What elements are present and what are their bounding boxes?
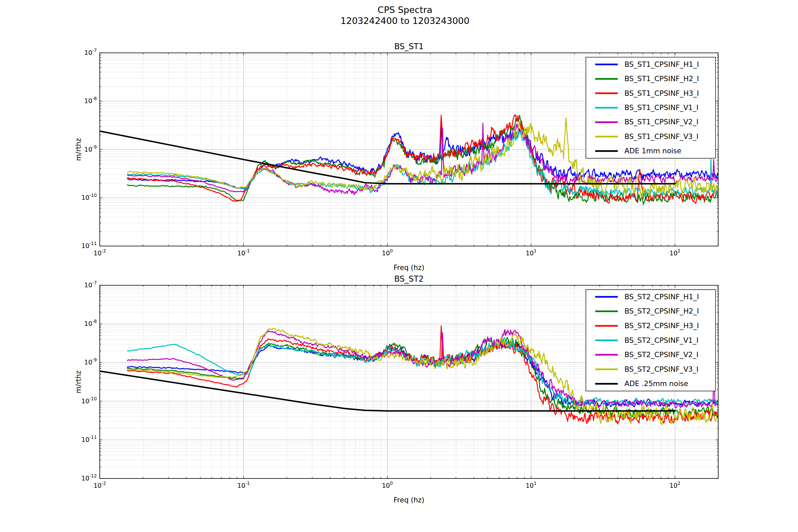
legend: BS_ST1_CPSINF_H1_IBS_ST1_CPSINF_H2_IBS_S… xyxy=(586,57,716,158)
y-axis-label: m/rthz xyxy=(75,138,82,161)
y-tick-label: 10-10 xyxy=(81,396,97,405)
legend-label: ADE .25mm noise xyxy=(624,379,688,388)
y-tick-label: 10-8 xyxy=(84,319,97,327)
spectra-plots-svg: 10-210-110010110210-710-810-910-1010-11B… xyxy=(0,0,798,532)
x-tick-label: 102 xyxy=(669,248,680,257)
legend-label: BS_ST2_CPSINF_V1_I xyxy=(624,336,699,345)
x-axis-label: Freq (hz) xyxy=(394,496,424,504)
legend-label: BS_ST1_CPSINF_V1_I xyxy=(624,103,699,112)
legend-label: BS_ST2_CPSINF_V3_I xyxy=(624,365,699,374)
x-axis-label: Freq (hz) xyxy=(394,264,424,272)
legend: BS_ST2_CPSINF_H1_IBS_ST2_CPSINF_H2_IBS_S… xyxy=(586,290,716,391)
y-tick-label: 10-11 xyxy=(81,435,97,443)
x-tick-label: 102 xyxy=(669,480,680,489)
y-tick-label: 10-9 xyxy=(84,357,97,366)
legend-label: ADE 1mm noise xyxy=(624,147,681,155)
x-tick-label: 10-2 xyxy=(93,480,106,489)
legend-label: BS_ST2_CPSINF_H2_I xyxy=(624,307,699,316)
y-tick-label: 10-11 xyxy=(81,241,97,249)
subplot-title: BS_ST1 xyxy=(394,42,424,51)
legend-label: BS_ST1_CPSINF_V3_I xyxy=(624,132,699,141)
legend-label: BS_ST1_CPSINF_H1_I xyxy=(624,60,699,69)
subplot-bs_st2: 10-210-110010110210-710-810-910-1010-111… xyxy=(75,274,718,504)
y-tick-label: 10-7 xyxy=(84,48,97,56)
x-tick-label: 10-1 xyxy=(238,480,250,489)
subplot-bs_st1: 10-210-110010110210-710-810-910-1010-11B… xyxy=(75,42,718,272)
legend-label: BS_ST1_CPSINF_V2_I xyxy=(624,118,699,126)
y-tick-label: 10-12 xyxy=(81,473,97,482)
figure: CPS Spectra 1203242400 to 1203243000 10-… xyxy=(0,0,798,532)
x-tick-label: 10-1 xyxy=(238,248,250,257)
y-axis-label: m/rthz xyxy=(75,370,82,393)
subplot-title: BS_ST2 xyxy=(394,274,424,284)
legend-label: BS_ST2_CPSINF_H3_I xyxy=(624,322,699,330)
y-tick-label: 10-10 xyxy=(81,192,97,201)
legend-label: BS_ST2_CPSINF_V2_I xyxy=(624,350,699,359)
y-tick-label: 10-8 xyxy=(84,96,97,104)
legend-label: BS_ST1_CPSINF_H3_I xyxy=(624,89,699,98)
x-tick-label: 101 xyxy=(526,480,537,489)
y-tick-label: 10-7 xyxy=(84,280,97,289)
legend-label: BS_ST1_CPSINF_H2_I xyxy=(624,75,699,83)
x-tick-label: 100 xyxy=(382,480,393,489)
y-tick-label: 10-9 xyxy=(84,144,97,153)
x-tick-label: 100 xyxy=(382,248,393,257)
legend-label: BS_ST2_CPSINF_H1_I xyxy=(624,292,699,301)
x-tick-label: 10-2 xyxy=(93,248,106,257)
x-tick-label: 101 xyxy=(526,248,537,257)
